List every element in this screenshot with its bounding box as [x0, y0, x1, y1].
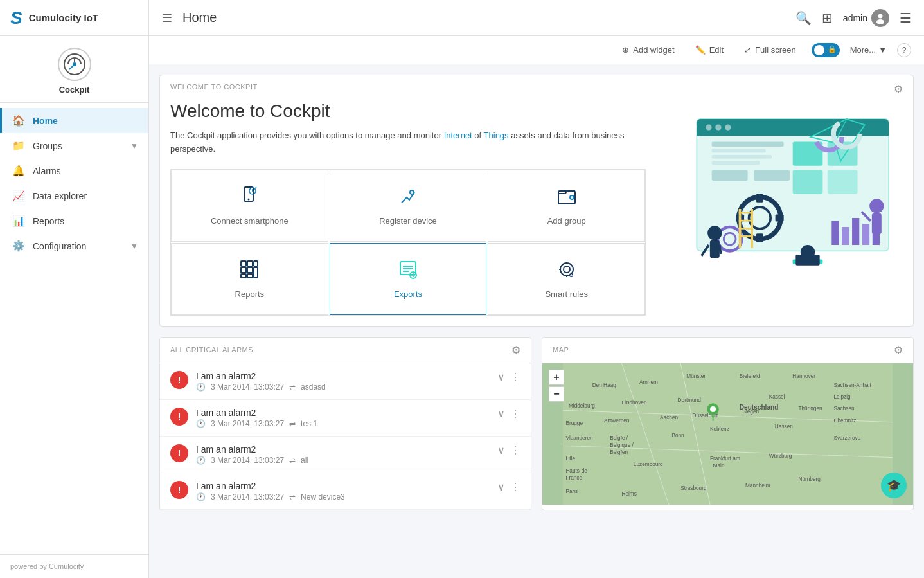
svg-text:Leipzig: Leipzig — [834, 394, 851, 400]
alarm-time: 3 Mar 2014, 13:03:27 — [211, 492, 284, 501]
map-zoom-in-button[interactable]: + — [549, 370, 564, 385]
main-content: ☰ Home 🔍 ⊞ admin ☰ ⊕ Add w — [149, 0, 924, 578]
map-zoom-out-button[interactable]: − — [549, 386, 564, 402]
alarm-item: ! I am an alarm2 🕐 3 Mar 2014, 13:03:27 … — [160, 437, 531, 473]
map-container: Den Haag Arnhem Münster Bielefeld Hannov… — [542, 363, 913, 505]
alarm-actions: ∨ ⋮ — [497, 481, 520, 493]
grid-item-exports[interactable]: Exports — [330, 243, 487, 315]
nav-label-alarms: Alarms — [33, 166, 138, 176]
svg-point-75 — [707, 226, 722, 240]
alarm-device: New device3 — [301, 492, 345, 501]
welcome-illustration — [659, 101, 903, 281]
welcome-settings-button[interactable]: ⚙ — [894, 83, 903, 95]
alarm-more-icon[interactable]: ⋮ — [510, 444, 520, 456]
search-icon[interactable]: 🔍 — [795, 10, 812, 26]
edit-icon: ✏️ — [695, 45, 706, 55]
svg-point-48 — [715, 124, 721, 130]
more-menu-button[interactable]: More... ▼ — [850, 45, 887, 55]
map-settings-button[interactable]: ⚙ — [894, 344, 903, 356]
alarm-critical-icon: ! — [170, 444, 188, 462]
add-widget-button[interactable]: ⊕ Add widget — [617, 42, 679, 57]
grid-item-connect-smartphone[interactable]: Connect smartphone — [171, 170, 328, 242]
cockpit-app-icon — [58, 48, 91, 81]
svg-text:Hannover: Hannover — [792, 374, 815, 379]
data-explorer-icon: 📈 — [12, 190, 25, 202]
alarm-more-icon[interactable]: ⋮ — [510, 371, 520, 383]
exports-icon — [398, 259, 418, 284]
nav-item-home[interactable]: 🏠 Home — [0, 108, 148, 133]
device-icon: ⇌ — [289, 419, 296, 428]
alarm-expand-icon[interactable]: ∨ — [497, 371, 505, 383]
things-link[interactable]: Things — [484, 131, 509, 140]
svg-rect-70 — [831, 221, 839, 245]
edit-button[interactable]: ✏️ Edit — [690, 42, 729, 57]
grid-item-register-device[interactable]: Register device — [330, 170, 487, 242]
nav-item-reports[interactable]: 📊 Reports — [0, 208, 148, 233]
more-chevron-icon: ▼ — [878, 45, 887, 55]
grid-item-smart-rules[interactable]: Smart rules — [488, 243, 645, 315]
help-tour-button[interactable]: 🎓 — [881, 473, 907, 498]
lock-toggle[interactable]: 🔒 — [812, 43, 840, 57]
svg-text:Belgique /: Belgique / — [610, 442, 634, 448]
alarm-body: I am an alarm2 🕐 3 Mar 2014, 13:03:27 ⇌ … — [196, 371, 490, 392]
svg-text:Reims: Reims — [622, 491, 637, 497]
grid-item-reports[interactable]: Reports — [171, 243, 328, 315]
smart-rules-label: Smart rules — [545, 289, 587, 299]
hamburger-icon[interactable]: ☰ — [162, 11, 172, 25]
user-menu[interactable]: admin — [843, 9, 889, 27]
alarm-expand-icon[interactable]: ∨ — [497, 408, 505, 420]
alarm-more-icon[interactable]: ⋮ — [510, 481, 520, 493]
alarm-time: 3 Mar 2014, 13:03:27 — [211, 419, 284, 428]
nav-item-groups[interactable]: 📁 Groups ▼ — [0, 133, 148, 158]
exports-label: Exports — [394, 289, 422, 299]
full-screen-button[interactable]: ⤢ Full screen — [739, 42, 801, 57]
add-group-icon — [556, 186, 577, 211]
topbar-menu-icon[interactable]: ☰ — [900, 10, 911, 26]
cockpit-app-name: Cockpit — [59, 85, 90, 95]
svg-point-36 — [564, 266, 570, 273]
internet-link[interactable]: Internet — [444, 131, 472, 140]
svg-text:Kassel: Kassel — [769, 394, 785, 400]
nav-label-reports: Reports — [33, 216, 138, 226]
alarm-title: I am an alarm2 — [196, 408, 490, 418]
svg-text:Belgïen: Belgïen — [610, 449, 628, 455]
grid-item-add-group[interactable]: Add group — [488, 170, 645, 242]
svg-rect-76 — [710, 240, 720, 258]
nav-item-configuration[interactable]: ⚙️ Configuration ▼ — [0, 233, 148, 258]
alarms-settings-button[interactable]: ⚙ — [511, 344, 520, 356]
device-icon: ⇌ — [289, 492, 296, 501]
nav-item-alarms[interactable]: 🔔 Alarms — [0, 158, 148, 183]
alarm-expand-icon[interactable]: ∨ — [497, 481, 505, 493]
alarm-body: I am an alarm2 🕐 3 Mar 2014, 13:03:27 ⇌ … — [196, 481, 490, 501]
welcome-panel: WELCOME TO COCKPIT ⚙ Welcome to Cockpit … — [159, 75, 914, 327]
alarm-more-icon[interactable]: ⋮ — [510, 408, 520, 420]
svg-rect-20 — [241, 261, 246, 266]
alarm-title: I am an alarm2 — [196, 371, 490, 381]
sidebar-nav: 🏠 Home 📁 Groups ▼ 🔔 Alarms 📈 Data explor… — [0, 103, 148, 554]
nav-label-configuration: Configuration — [33, 241, 123, 251]
welcome-description: The Cockpit application provides you wit… — [170, 129, 646, 156]
reports-grid-icon — [239, 259, 260, 284]
help-button[interactable]: ? — [897, 43, 911, 57]
svg-text:Main: Main — [713, 463, 725, 469]
app-name: Cumulocity IoT — [29, 12, 98, 23]
svg-rect-73 — [862, 224, 869, 245]
svg-rect-21 — [247, 261, 253, 266]
svg-rect-82 — [739, 220, 753, 222]
svg-rect-50 — [712, 141, 784, 146]
svg-line-78 — [720, 245, 721, 254]
svg-rect-54 — [712, 170, 748, 181]
svg-text:Koblenz: Koblenz — [710, 426, 729, 432]
alarm-expand-icon[interactable]: ∨ — [497, 444, 505, 456]
device-icon: ⇌ — [289, 383, 296, 392]
nav-item-data-explorer[interactable]: 📈 Data explorer — [0, 183, 148, 208]
welcome-title: Welcome to Cockpit — [170, 101, 646, 122]
svg-text:Luzembourg: Luzembourg — [634, 462, 663, 467]
username: admin — [843, 13, 867, 23]
clock-icon: 🕐 — [196, 383, 206, 392]
grid-apps-icon[interactable]: ⊞ — [822, 10, 833, 26]
brand-s-icon: S — [10, 8, 22, 28]
svg-text:Würzburg: Würzburg — [769, 453, 792, 458]
alarm-device: test1 — [301, 419, 317, 428]
register-device-label: Register device — [379, 216, 437, 226]
